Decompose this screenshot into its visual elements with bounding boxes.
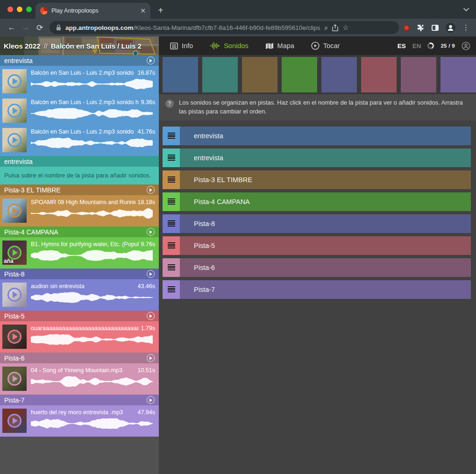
track-name[interactable]: Pista-5	[4, 312, 147, 320]
track-name[interactable]: Pista-7	[4, 396, 147, 404]
clip-thumbnail[interactable]	[2, 128, 27, 152]
palette-swatch[interactable]	[361, 57, 397, 92]
track-row-body[interactable]: Pista-7	[180, 280, 471, 299]
clip-item[interactable]: Balcón en San Luis - Luis 2.mp3 sonido h…	[0, 126, 159, 154]
clip-play-icon[interactable]	[7, 330, 21, 344]
track-header[interactable]: entrevista	[0, 55, 159, 66]
track-play-button[interactable]	[147, 186, 155, 194]
track-row-label[interactable]: entrevista	[194, 132, 223, 140]
record-extension-icon[interactable]	[404, 25, 410, 31]
track-name[interactable]: Pista-8	[4, 270, 147, 278]
drag-handle[interactable]	[163, 280, 180, 299]
project-cover-image[interactable]: Kleos 2022 // Balcón en San Luis / Luis …	[0, 36, 159, 55]
clip-item[interactable]: Balcón en San Luis - Luis 2.mp3 sonido h…	[0, 97, 159, 125]
palette-swatch[interactable]	[242, 57, 277, 92]
drag-handle[interactable]	[163, 214, 180, 233]
track-header[interactable]: entrevista	[0, 156, 159, 167]
tab-tocar[interactable]: Tocar	[311, 42, 340, 50]
track-header[interactable]: Pista-3 EL TIMBRE	[0, 184, 159, 195]
clip-thumbnail[interactable]	[2, 325, 27, 349]
track-play-button[interactable]	[147, 354, 155, 362]
side-panel-icon[interactable]	[432, 25, 439, 31]
drag-handle[interactable]	[163, 170, 180, 189]
close-window-button[interactable]	[7, 7, 13, 12]
track-name[interactable]: entrevista	[4, 57, 147, 64]
clip-play-icon[interactable]	[7, 414, 21, 428]
track-play-button[interactable]	[147, 312, 155, 320]
fullscreen-window-button[interactable]	[26, 7, 32, 12]
clip-item[interactable]: ouaraaaaaaaaaaaaaaaaaaaaaaaaaaaaaaaaaa..…	[0, 323, 159, 351]
track-row-body[interactable]: Pista-4 CAMPANA	[180, 192, 471, 211]
track-row-label[interactable]: entrevista	[194, 154, 223, 162]
track-row-label[interactable]: Pista-6	[194, 264, 215, 271]
track-row[interactable]: Pista-8	[163, 214, 471, 233]
clip-item[interactable]: huerto del rey moro entrevista .mp347.94…	[0, 407, 159, 435]
clip-waveform[interactable]	[31, 137, 155, 149]
palette-swatch[interactable]	[440, 57, 476, 92]
track-name[interactable]: entrevista	[4, 158, 155, 165]
clip-play-icon[interactable]	[7, 74, 21, 88]
clip-thumbnail[interactable]	[2, 99, 27, 123]
track-play-button[interactable]	[147, 396, 155, 404]
tab-search-chevron-icon[interactable]	[463, 7, 469, 12]
clip-play-icon[interactable]	[7, 372, 21, 386]
clip-item[interactable]: SPOAMR 08 High Mountains and Running ...…	[0, 197, 159, 225]
track-row[interactable]: Pista-6	[163, 258, 471, 277]
clip-waveform[interactable]	[31, 292, 155, 303]
drag-handle[interactable]	[163, 236, 180, 255]
window-controls[interactable]	[7, 7, 32, 12]
browser-tab[interactable]: Play Antropoloops ✕	[36, 3, 150, 19]
drag-handle[interactable]	[163, 192, 180, 211]
clip-waveform[interactable]	[31, 334, 155, 345]
zoom-page-icon[interactable]: ⌕	[325, 24, 328, 32]
palette-swatch[interactable]	[401, 57, 436, 92]
drag-handle[interactable]	[163, 149, 180, 167]
clip-thumbnail[interactable]	[2, 367, 27, 391]
track-row-body[interactable]: entrevista	[180, 127, 471, 145]
track-row[interactable]: Pista-3 EL TIMBRE	[163, 170, 471, 189]
extensions-puzzle-icon[interactable]	[417, 24, 425, 32]
lang-en-button[interactable]: EN	[412, 42, 421, 50]
drag-handle[interactable]	[163, 258, 180, 277]
track-header[interactable]: Pista-8	[0, 269, 159, 279]
minimize-window-button[interactable]	[17, 7, 22, 12]
clip-item[interactable]: 04 - Song of Yimeng Mountain.mp310.51s	[0, 365, 159, 393]
browser-menu-kebab-icon[interactable]: ⋮	[462, 23, 469, 32]
clip-play-icon[interactable]	[7, 288, 21, 302]
back-button[interactable]: ←	[5, 23, 19, 32]
track-row[interactable]: Pista-7	[163, 280, 471, 299]
profile-avatar[interactable]	[446, 23, 455, 33]
tab-mapa[interactable]: Mapa	[265, 42, 294, 50]
track-play-button[interactable]	[147, 228, 155, 236]
track-row-body[interactable]: Pista-5	[180, 236, 471, 255]
reload-button[interactable]: ⟳	[33, 23, 47, 33]
palette-swatch[interactable]	[202, 57, 238, 92]
track-row-body[interactable]: entrevista	[180, 149, 471, 167]
clip-item[interactable]: Balcón en San Luis - Luis 2.mp3 sonido h…	[0, 67, 159, 95]
breadcrumb-project[interactable]: Kleos 2022	[4, 42, 40, 50]
close-tab-icon[interactable]: ✕	[140, 7, 146, 14]
clip-waveform[interactable]	[31, 418, 155, 429]
clip-thumbnail[interactable]	[2, 283, 27, 307]
track-row[interactable]: entrevista	[163, 149, 471, 167]
clip-thumbnail[interactable]	[2, 198, 27, 223]
clip-item[interactable]: audion sin entrevista43.46s	[0, 281, 159, 309]
forward-button[interactable]: →	[19, 23, 33, 32]
track-row[interactable]: entrevista	[163, 127, 471, 145]
clip-thumbnail[interactable]	[2, 409, 27, 433]
track-row-label[interactable]: Pista-5	[194, 242, 215, 249]
track-row-body[interactable]: Pista-3 EL TIMBRE	[180, 170, 471, 189]
tab-info[interactable]: Info	[170, 42, 193, 50]
palette-swatch[interactable]	[163, 57, 198, 92]
track-name[interactable]: Pista-3 EL TIMBRE	[4, 186, 147, 194]
palette-swatch[interactable]	[321, 57, 357, 92]
track-header[interactable]: Pista-6	[0, 353, 159, 363]
new-tab-button[interactable]: +	[158, 5, 163, 16]
track-row-label[interactable]: Pista-4 CAMPANA	[194, 198, 250, 205]
track-row-label[interactable]: Pista-8	[194, 220, 215, 227]
track-header[interactable]: Pista-4 CAMPANA	[0, 226, 159, 237]
track-row-label[interactable]: Pista-3 EL TIMBRE	[194, 176, 252, 184]
track-row-body[interactable]: Pista-8	[180, 214, 471, 233]
lang-es-button[interactable]: ES	[398, 42, 406, 50]
clip-waveform[interactable]	[31, 376, 155, 387]
